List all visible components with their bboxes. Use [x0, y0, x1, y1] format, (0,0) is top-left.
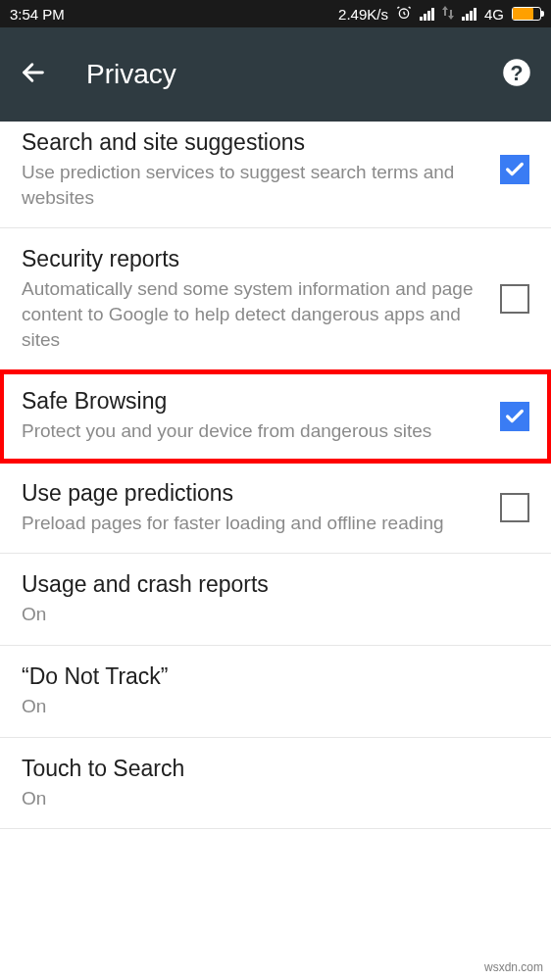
setting-item[interactable]: “Do Not Track”On: [0, 646, 551, 738]
setting-desc: Preload pages for faster loading and off…: [22, 511, 480, 536]
checkbox[interactable]: [500, 402, 529, 431]
signal-icon-2: [462, 8, 476, 21]
setting-desc: Use prediction services to suggest searc…: [22, 160, 480, 210]
setting-desc: On: [22, 694, 510, 719]
setting-desc: Automatically send some system informati…: [22, 276, 480, 352]
checkbox[interactable]: [500, 155, 529, 184]
battery-icon: [512, 7, 541, 21]
setting-title: Search and site suggestions: [22, 129, 480, 156]
status-speed: 2.49K/s: [338, 6, 388, 23]
settings-list: Search and site suggestionsUse predictio…: [0, 122, 551, 829]
data-icon: [442, 6, 454, 23]
network-label: 4G: [484, 6, 504, 23]
setting-text: Touch to SearchOn: [22, 756, 529, 811]
setting-title: Use page predictions: [22, 480, 480, 507]
watermark: wsxdn.com: [484, 960, 543, 974]
setting-item[interactable]: Safe BrowsingProtect you and your device…: [0, 370, 551, 463]
status-right: 2.49K/s 4G: [338, 5, 541, 24]
help-icon[interactable]: ?: [502, 58, 531, 91]
signal-icon-1: [420, 8, 434, 21]
app-bar: Privacy ?: [0, 27, 551, 122]
setting-text: Search and site suggestionsUse predictio…: [22, 129, 500, 210]
setting-title: Security reports: [22, 246, 480, 272]
setting-title: “Do Not Track”: [22, 663, 510, 690]
setting-item[interactable]: Touch to SearchOn: [0, 738, 551, 830]
setting-desc: Protect you and your device from dangero…: [22, 418, 480, 444]
setting-text: “Do Not Track”On: [22, 663, 529, 719]
setting-item[interactable]: Search and site suggestionsUse predictio…: [0, 122, 551, 228]
setting-item[interactable]: Security reportsAutomatically send some …: [0, 228, 551, 370]
setting-text: Security reportsAutomatically send some …: [22, 246, 500, 352]
checkbox[interactable]: [500, 493, 529, 522]
setting-text: Usage and crash reportsOn: [22, 571, 529, 627]
setting-text: Use page predictionsPreload pages for fa…: [22, 480, 500, 536]
checkbox[interactable]: [500, 284, 529, 314]
status-bar: 3:54 PM 2.49K/s 4G: [0, 0, 551, 27]
page-title: Privacy: [86, 59, 176, 90]
back-arrow-icon[interactable]: [20, 59, 47, 90]
setting-title: Usage and crash reports: [22, 571, 510, 598]
setting-item[interactable]: Usage and crash reportsOn: [0, 554, 551, 646]
setting-desc: On: [22, 786, 510, 811]
alarm-icon: [396, 5, 412, 24]
status-time: 3:54 PM: [10, 6, 65, 23]
setting-title: Touch to Search: [22, 756, 510, 782]
svg-text:?: ?: [511, 62, 524, 85]
setting-title: Safe Browsing: [22, 388, 480, 415]
setting-desc: On: [22, 602, 510, 627]
setting-item[interactable]: Use page predictionsPreload pages for fa…: [0, 463, 551, 555]
setting-text: Safe BrowsingProtect you and your device…: [22, 388, 500, 444]
